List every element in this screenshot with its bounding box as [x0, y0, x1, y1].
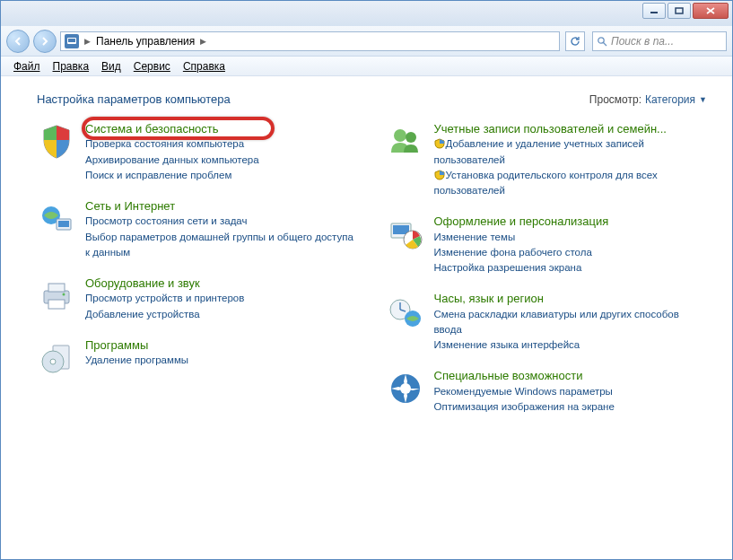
- search-input[interactable]: Поиск в па...: [592, 31, 727, 51]
- category-sublink[interactable]: Изменение темы: [434, 230, 708, 245]
- category-hardware-sound: Оборудование и звук Просмотр устройств и…: [37, 276, 359, 322]
- category-system-security: Система и безопасность Проверка состояни…: [37, 122, 359, 183]
- page-title: Настройка параметров компьютера: [37, 92, 231, 106]
- window-titlebar: [1, 1, 732, 26]
- category-sublink[interactable]: Архивирование данных компьютера: [85, 153, 359, 168]
- printer-icon: [37, 276, 76, 316]
- category-clock-language: Часы, язык и регион Смена раскладки клав…: [386, 292, 708, 353]
- svg-point-17: [406, 132, 416, 143]
- category-column-left: Система и безопасность Проверка состояни…: [37, 122, 359, 431]
- uac-shield-icon: [434, 138, 446, 149]
- svg-rect-10: [48, 284, 65, 292]
- chevron-down-icon: ▼: [699, 95, 707, 104]
- category-sublink[interactable]: Удаление программы: [85, 353, 359, 368]
- category-programs: Программы Удаление программы: [37, 338, 359, 378]
- view-by-selector[interactable]: Просмотр: Категория ▼: [589, 93, 707, 106]
- breadcrumb-separator-icon: ▶: [200, 37, 206, 46]
- nav-back-button[interactable]: [6, 30, 30, 53]
- svg-rect-1: [676, 8, 683, 13]
- nav-forward-button[interactable]: [33, 30, 57, 53]
- category-sublink[interactable]: Изменение фона рабочего стола: [434, 245, 708, 260]
- svg-point-16: [394, 129, 406, 142]
- category-title[interactable]: Оформление и персонализация: [434, 214, 708, 229]
- menu-file[interactable]: Файл: [8, 58, 46, 74]
- category-sublink-shielded[interactable]: Добавление и удаление учетных записей по…: [434, 136, 708, 168]
- category-sublink[interactable]: Рекомендуемые Windows параметры: [434, 384, 708, 399]
- category-title[interactable]: Учетные записи пользователей и семейн...: [434, 122, 708, 136]
- category-title[interactable]: Программы: [85, 338, 359, 353]
- breadcrumb-separator-icon: ▶: [84, 37, 91, 46]
- category-title[interactable]: Оборудование и звук: [85, 276, 359, 291]
- svg-rect-8: [58, 221, 69, 227]
- address-bar[interactable]: ▶ Панель управления ▶: [60, 31, 560, 51]
- category-sublink[interactable]: Смена раскладки клавиатуры или других сп…: [434, 307, 708, 338]
- category-column-right: Учетные записи пользователей и семейн...…: [386, 122, 708, 431]
- svg-point-4: [598, 37, 604, 42]
- category-sublink[interactable]: Добавление устройства: [85, 307, 359, 322]
- maximize-button[interactable]: [668, 3, 691, 19]
- category-user-accounts: Учетные записи пользователей и семейн...…: [386, 122, 708, 198]
- svg-point-15: [50, 359, 56, 364]
- uac-shield-icon: [434, 170, 446, 180]
- close-button[interactable]: [693, 3, 729, 19]
- appearance-icon: [386, 214, 425, 254]
- svg-rect-3: [68, 39, 75, 42]
- category-sublink[interactable]: Просмотр устройств и принтеров: [85, 291, 359, 306]
- disc-box-icon: [37, 338, 76, 378]
- view-by-value[interactable]: Категория: [645, 93, 695, 106]
- content-area: Настройка параметров компьютера Просмотр…: [1, 76, 732, 559]
- category-network-internet: Сеть и Интернет Просмотр состояния сети …: [37, 199, 359, 260]
- category-sublink[interactable]: Проверка состояния компьютера: [85, 136, 359, 152]
- search-icon: [597, 36, 607, 47]
- menu-tools[interactable]: Сервис: [128, 58, 176, 74]
- category-sublink-shielded[interactable]: Установка родительского контроля для все…: [434, 168, 708, 199]
- clock-globe-icon: [386, 292, 425, 331]
- category-sublink[interactable]: Оптимизация изображения на экране: [434, 399, 708, 415]
- category-title[interactable]: Система и безопасность: [85, 122, 359, 136]
- menu-edit[interactable]: Правка: [48, 58, 95, 74]
- category-title[interactable]: Специальные возможности: [434, 369, 708, 383]
- category-title[interactable]: Часы, язык и регион: [434, 292, 708, 306]
- menu-view[interactable]: Вид: [96, 58, 127, 74]
- menu-bar: Файл Правка Вид Сервис Справка: [1, 57, 732, 76]
- category-sublink[interactable]: Настройка разрешения экрана: [434, 260, 708, 276]
- breadcrumb-item[interactable]: Панель управления: [96, 35, 195, 48]
- category-appearance: Оформление и персонализация Изменение те…: [386, 214, 708, 276]
- svg-rect-11: [48, 300, 65, 309]
- control-panel-icon: [65, 34, 79, 48]
- refresh-button[interactable]: [565, 31, 585, 51]
- users-icon: [386, 122, 425, 162]
- category-sublink[interactable]: Изменение языка интерфейса: [434, 337, 708, 353]
- globe-network-icon: [37, 199, 76, 239]
- category-sublink[interactable]: Выбор параметров домашней группы и общег…: [85, 230, 359, 261]
- navigation-bar: ▶ Панель управления ▶ Поиск в па...: [1, 26, 732, 57]
- svg-rect-0: [650, 12, 658, 13]
- svg-point-12: [63, 293, 65, 296]
- search-placeholder: Поиск в па...: [611, 35, 674, 48]
- category-sublink[interactable]: Поиск и исправление проблем: [85, 168, 359, 183]
- category-sublink[interactable]: Просмотр состояния сети и задач: [85, 214, 359, 229]
- shield-icon: [37, 122, 76, 162]
- menu-help[interactable]: Справка: [178, 58, 231, 74]
- svg-line-5: [604, 42, 607, 46]
- category-accessibility: Специальные возможности Рекомендуемые Wi…: [386, 369, 708, 415]
- accessibility-icon: [386, 369, 425, 408]
- category-title[interactable]: Сеть и Интернет: [85, 199, 359, 214]
- minimize-button[interactable]: [642, 3, 666, 19]
- view-by-label: Просмотр:: [589, 93, 641, 106]
